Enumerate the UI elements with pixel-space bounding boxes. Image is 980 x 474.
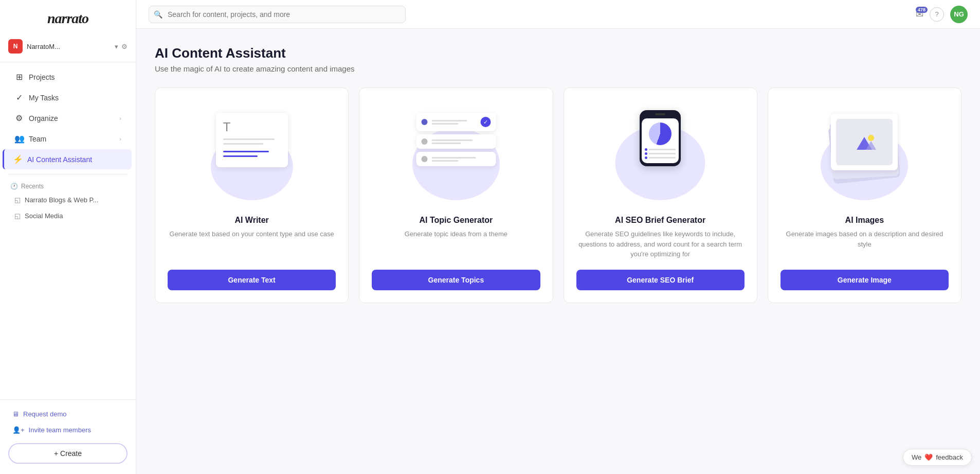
ai-seo-title: AI SEO Brief Generator (615, 216, 705, 225)
generate-image-button[interactable]: Generate Image (781, 270, 949, 290)
topic-card-1: ✓ (416, 113, 496, 131)
notification-button[interactable]: ✉ 478 (916, 9, 923, 20)
sidebar-item-projects[interactable]: ⊞ Projects (4, 67, 132, 87)
search-input[interactable] (149, 6, 406, 23)
writer-T-icon: T (223, 120, 281, 134)
ai-seo-illustration (576, 102, 745, 205)
topic-dot-1 (421, 119, 427, 125)
content-area: AI Content Assistant Use the magic of AI… (136, 29, 980, 474)
topic-card-3 (416, 152, 496, 166)
nav-divider (8, 174, 128, 174)
sidebar-item-label: Organize (29, 114, 58, 122)
document-icon: ◱ (14, 212, 21, 220)
seo-pie-chart (649, 122, 672, 145)
topic-card-2 (416, 134, 496, 149)
main-area: 🔍 ✉ 478 ? NG AI Content Assistant Use th… (136, 0, 980, 474)
topic-cards-wrap: ✓ (416, 113, 496, 166)
topic-dot-3 (421, 156, 427, 162)
writer-line-blue (223, 151, 269, 152)
writer-line-blue-short (223, 155, 258, 157)
ai-seo-card: AI SEO Brief Generator Generate SEO guid… (564, 87, 757, 303)
sidebar-item-organize[interactable]: ⚙ Organize › (4, 108, 132, 128)
recent-item-blogs[interactable]: ◱ Narrato Blogs & Web P... (4, 192, 132, 207)
mountain-icon (851, 132, 877, 152)
seo-phone-screen (642, 118, 679, 163)
ai-topic-card: ✓ (359, 87, 553, 303)
writer-card-visual: T (216, 113, 288, 167)
ai-images-title: AI Images (845, 216, 884, 225)
chevron-right-icon: › (119, 136, 121, 142)
ai-writer-illustration: T (168, 102, 336, 205)
clock-icon: 🕐 (10, 183, 18, 190)
ai-images-illustration (781, 102, 949, 205)
workspace-avatar: N (8, 39, 23, 54)
recent-item-social[interactable]: ◱ Social Media (4, 208, 132, 223)
ai-topic-desc: Generate topic ideas from a theme (405, 229, 507, 259)
monitor-icon: 🖥 (12, 410, 19, 418)
sidebar-item-my-tasks[interactable]: ✓ My Tasks (4, 87, 132, 108)
img-card-front (831, 114, 898, 170)
generate-topics-button[interactable]: Generate Topics (372, 270, 540, 290)
images-frame (831, 114, 898, 170)
sidebar-item-ai-content-assistant[interactable]: ⚡ AI Content Assistant (3, 149, 132, 169)
app-logo: narrato (47, 10, 88, 27)
ai-writer-title: AI Writer (234, 216, 268, 225)
sidebar-item-label: My Tasks (29, 94, 59, 102)
user-avatar[interactable]: NG (950, 6, 968, 23)
heart-icon: ❤️ (924, 453, 933, 461)
header-right: ✉ 478 ? NG (916, 6, 968, 23)
request-demo-link[interactable]: 🖥 Request demo (8, 406, 128, 422)
ai-topic-title: AI Topic Generator (419, 216, 493, 225)
lightning-icon: ⚡ (13, 154, 22, 164)
recent-item-label: Narrato Blogs & Web P... (25, 196, 98, 204)
sidebar-nav: ⊞ Projects ✓ My Tasks ⚙ Organize › 👥 Tea… (0, 66, 136, 170)
recents-section: 🕐 Recents (0, 179, 136, 192)
sidebar-item-label: AI Content Assistant (27, 155, 92, 164)
img-placeholder (836, 119, 893, 165)
briefcase-icon: ⊞ (14, 72, 24, 82)
create-button[interactable]: + Create (8, 443, 128, 464)
topic-dot-2 (421, 138, 427, 145)
svg-point-2 (868, 135, 874, 141)
feedback-text-suffix: feedback (936, 453, 963, 461)
sidebar-bottom: 🖥 Request demo 👤+ Invite team members + … (0, 399, 136, 464)
check-icon: ✓ (14, 93, 24, 102)
workspace-settings-icon[interactable]: ⚙ (121, 43, 128, 50)
search-bar: 🔍 (149, 6, 406, 23)
person-plus-icon: 👤+ (12, 426, 25, 434)
workspace-name: NarratoM... (27, 43, 115, 50)
document-icon: ◱ (14, 196, 21, 204)
gear-cog-icon: ⚙ (14, 113, 24, 123)
page-title: AI Content Assistant (155, 45, 961, 61)
generate-seo-brief-button[interactable]: Generate SEO Brief (576, 270, 745, 290)
header: 🔍 ✉ 478 ? NG (136, 0, 980, 29)
ai-writer-card: T AI Writer Generate text based on your … (155, 87, 349, 303)
notification-badge: 478 (916, 7, 928, 13)
ai-images-card: AI Images Generate images based on a des… (768, 87, 961, 303)
ai-topic-illustration: ✓ (372, 102, 540, 205)
ai-seo-desc: Generate SEO guidelines like keywords to… (576, 229, 745, 259)
recent-item-label: Social Media (25, 212, 63, 220)
invite-team-link[interactable]: 👤+ Invite team members (8, 422, 128, 438)
feedback-text-we: We (912, 453, 921, 461)
people-icon: 👥 (14, 134, 24, 144)
seo-phone (640, 110, 681, 166)
page-subtitle: Use the magic of AI to create amazing co… (155, 64, 961, 73)
sidebar-item-team[interactable]: 👥 Team › (4, 129, 132, 149)
sidebar-item-label: Team (29, 135, 46, 143)
help-button[interactable]: ? (930, 7, 944, 22)
generate-text-button[interactable]: Generate Text (168, 270, 336, 290)
writer-line-gray (223, 138, 275, 140)
writer-line-gray2 (223, 143, 263, 145)
workspace-actions: ▾ ⚙ (115, 43, 128, 50)
ai-images-desc: Generate images based on a description a… (781, 229, 949, 259)
cards-grid: T AI Writer Generate text based on your … (155, 87, 961, 303)
workspace-dropdown-icon[interactable]: ▾ (115, 43, 118, 50)
workspace-row[interactable]: N NarratoM... ▾ ⚙ (0, 35, 136, 62)
sidebar-item-label: Projects (29, 73, 55, 81)
feedback-badge[interactable]: We ❤️ feedback (903, 449, 972, 466)
ai-writer-desc: Generate text based on your content type… (170, 229, 334, 259)
logo-area: narrato (0, 0, 136, 35)
search-icon: 🔍 (154, 10, 162, 19)
topic-check-icon: ✓ (480, 117, 491, 127)
